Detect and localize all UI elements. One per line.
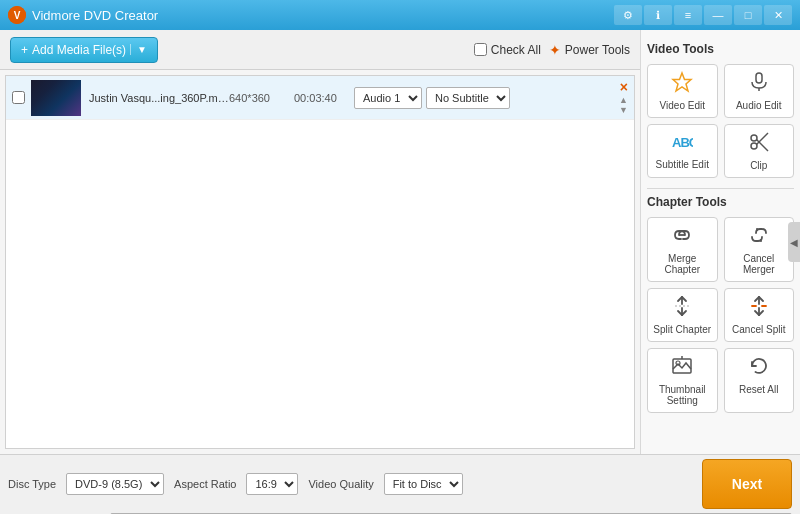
thumbnail-image — [31, 80, 81, 116]
window-controls: ⚙ ℹ ≡ — □ ✕ — [614, 5, 792, 25]
minimize-btn[interactable]: — — [704, 5, 732, 25]
main-area: + Add Media File(s) ▼ Check All ✦ Power … — [0, 30, 800, 454]
chapter-tools-grid: Merge Chapter Cancel Merger — [647, 217, 794, 413]
split-chapter-label: Split Chapter — [653, 324, 711, 335]
table-row: Justin Vasqu...ing_360P.mp4 640*360 00:0… — [6, 76, 634, 120]
maximize-btn[interactable]: □ — [734, 5, 762, 25]
plus-icon: + — [21, 43, 28, 57]
menu-window-btn[interactable]: ≡ — [674, 5, 702, 25]
file-thumbnail — [31, 80, 81, 116]
remove-file-button[interactable]: × — [620, 80, 628, 94]
divider — [647, 188, 794, 189]
thumbnail-setting-label: Thumbnail Setting — [652, 384, 713, 406]
title-bar: V Vidmore DVD Creator ⚙ ℹ ≡ — □ ✕ — [0, 0, 800, 30]
svg-marker-2 — [673, 73, 691, 91]
svg-line-8 — [756, 140, 768, 152]
cancel-split-icon — [748, 295, 770, 320]
aspect-ratio-label: Aspect Ratio — [174, 478, 236, 490]
audio-select[interactable]: Audio 1 Audio 2 — [354, 87, 422, 109]
collapse-panel-button[interactable]: ◀ — [788, 222, 800, 262]
clip-button[interactable]: Clip — [724, 124, 795, 178]
info-window-btn[interactable]: ℹ — [644, 5, 672, 25]
file-list: Justin Vasqu...ing_360P.mp4 640*360 00:0… — [5, 75, 635, 449]
audio-edit-label: Audio Edit — [736, 100, 782, 111]
subtitle-edit-button[interactable]: ABC Subtitle Edit — [647, 124, 718, 178]
settings-window-btn[interactable]: ⚙ — [614, 5, 642, 25]
merge-chapter-button[interactable]: Merge Chapter — [647, 217, 718, 282]
cancel-merger-label: Cancel Merger — [729, 253, 790, 275]
link-icon — [671, 224, 693, 249]
video-tools-grid: Video Edit Audio Edit ABC — [647, 64, 794, 178]
thumbnail-icon — [671, 355, 693, 380]
video-edit-button[interactable]: Video Edit — [647, 64, 718, 118]
power-tools-button[interactable]: ✦ Power Tools — [549, 42, 630, 58]
merge-chapter-label: Merge Chapter — [652, 253, 713, 275]
file-duration: 00:03:40 — [294, 92, 354, 104]
star-icon — [671, 71, 693, 96]
aspect-ratio-select[interactable]: 16:9 4:3 — [246, 473, 298, 495]
unlink-icon — [748, 224, 770, 249]
add-media-label: Add Media File(s) — [32, 43, 126, 57]
subtitle-edit-label: Subtitle Edit — [656, 159, 709, 170]
disc-type-select[interactable]: DVD-9 (8.5G) DVD-5 (4.7G) — [66, 473, 164, 495]
audio-edit-button[interactable]: Audio Edit — [724, 64, 795, 118]
clip-label: Clip — [750, 160, 767, 171]
scissors-icon — [748, 131, 770, 156]
video-edit-label: Video Edit — [660, 100, 705, 111]
split-icon — [671, 295, 693, 320]
file-resolution: 640*360 — [229, 92, 294, 104]
chapter-tools-title: Chapter Tools — [647, 195, 794, 209]
video-quality-label: Video Quality — [308, 478, 373, 490]
svg-text:ABC: ABC — [672, 135, 693, 150]
next-button[interactable]: Next — [702, 459, 792, 509]
svg-text:V: V — [14, 10, 21, 21]
reset-icon — [748, 355, 770, 380]
app-logo: V — [8, 6, 26, 24]
cancel-split-label: Cancel Split — [732, 324, 785, 335]
disc-type-label: Disc Type — [8, 478, 56, 490]
bottom-bar: Disc Type DVD-9 (8.5G) DVD-5 (4.7G) Aspe… — [0, 454, 800, 514]
left-panel: + Add Media File(s) ▼ Check All ✦ Power … — [0, 30, 640, 454]
check-all-label[interactable]: Check All — [474, 43, 541, 57]
row-checkbox[interactable] — [12, 91, 25, 104]
cancel-split-button[interactable]: Cancel Split — [724, 288, 795, 342]
abc-icon: ABC — [671, 131, 693, 155]
microphone-icon — [748, 71, 770, 96]
arrow-up-icon[interactable]: ▲ — [619, 96, 628, 105]
toolbar: + Add Media File(s) ▼ Check All ✦ Power … — [0, 30, 640, 70]
reset-all-label: Reset All — [739, 384, 778, 395]
right-panel: ◀ Video Tools Video Edit — [640, 30, 800, 454]
subtitle-select[interactable]: No Subtitle Subtitle 1 — [426, 87, 510, 109]
dropdown-arrow-icon: ▼ — [130, 44, 147, 55]
check-all-checkbox[interactable] — [474, 43, 487, 56]
svg-rect-3 — [756, 73, 762, 83]
arrow-down-icon[interactable]: ▼ — [619, 106, 628, 115]
cancel-merger-button[interactable]: Cancel Merger — [724, 217, 795, 282]
file-name: Justin Vasqu...ing_360P.mp4 — [89, 92, 229, 104]
add-media-button[interactable]: + Add Media File(s) ▼ — [10, 37, 158, 63]
video-quality-select[interactable]: Fit to Disc High Medium Low — [384, 473, 463, 495]
row-arrows: ▲ ▼ — [619, 96, 628, 115]
power-icon: ✦ — [549, 42, 561, 58]
app-title: Vidmore DVD Creator — [32, 8, 614, 23]
split-chapter-button[interactable]: Split Chapter — [647, 288, 718, 342]
bottom-settings-row: Disc Type DVD-9 (8.5G) DVD-5 (4.7G) Aspe… — [8, 459, 792, 509]
video-tools-title: Video Tools — [647, 42, 794, 56]
close-btn[interactable]: ✕ — [764, 5, 792, 25]
svg-line-9 — [756, 133, 768, 145]
thumbnail-setting-button[interactable]: Thumbnail Setting — [647, 348, 718, 413]
reset-all-button[interactable]: Reset All — [724, 348, 795, 413]
